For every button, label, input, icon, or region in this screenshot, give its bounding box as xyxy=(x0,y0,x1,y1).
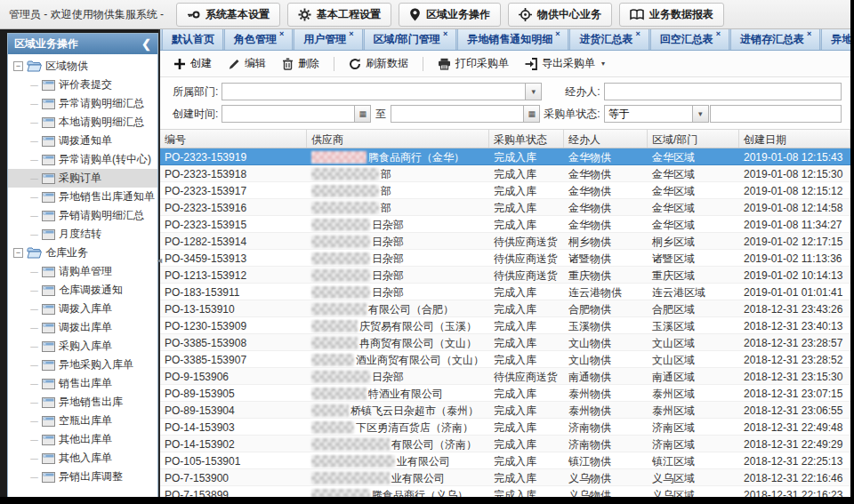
dept-combo[interactable]: ▾ xyxy=(222,83,542,100)
toolbar-button-删除[interactable]: 删除 xyxy=(276,52,326,75)
toolbar-button-导出采购单[interactable]: 导出采购单▾ xyxy=(519,52,611,75)
sidebar-item-异常请购明细汇总[interactable]: ─异常请购明细汇总 xyxy=(8,94,157,113)
sidebar-item-label: 异地销售出库通知单 xyxy=(59,189,155,204)
table-row[interactable]: PO-14-153903下区勇清百货店（济南）完成入库济南物供济南区域2018-… xyxy=(160,419,850,436)
sidebar-item-空瓶出库单[interactable]: ─空瓶出库单 xyxy=(8,412,157,430)
close-icon[interactable]: × xyxy=(279,30,284,38)
status-operator-combo[interactable]: ▾ xyxy=(604,105,709,123)
tab-角色管理[interactable]: 角色管理× xyxy=(224,29,293,50)
sidebar-item-调拨通知单[interactable]: ─调拨通知单 xyxy=(8,132,157,150)
status-operator-input[interactable] xyxy=(605,106,692,122)
created-from-input[interactable] xyxy=(222,106,354,122)
calendar-icon[interactable]: ▦ xyxy=(523,106,539,122)
chevron-left-icon[interactable]: ❮ xyxy=(141,38,151,50)
table-row[interactable]: PO-1230-153909庆贸易有限公司（玉溪）完成入库玉溪物供玉溪区域201… xyxy=(160,317,850,334)
handler-field[interactable] xyxy=(604,83,842,100)
tab-区域/部门管理[interactable]: 区域/部门管理× xyxy=(364,29,457,50)
column-header-编号[interactable]: 编号 xyxy=(160,130,307,148)
tab-默认首页[interactable]: 默认首页 xyxy=(162,29,223,50)
close-icon[interactable]: × xyxy=(807,30,811,38)
sidebar-item-本地请购明细汇总[interactable]: ─本地请购明细汇总 xyxy=(8,113,157,132)
sidebar-item-其他入库单[interactable]: ─其他入库单 xyxy=(8,449,157,468)
sidebar-item-月度结转[interactable]: ─月度结转 xyxy=(8,225,157,244)
tab-异地销售调整明细[interactable]: 异地销售调整明细× xyxy=(821,29,850,50)
collapse-box-icon[interactable]: − xyxy=(13,248,23,258)
tree-folder-仓库业务[interactable]: −仓库业务 xyxy=(8,244,157,262)
toolbar-button-打印采购单[interactable]: 打印采购单 xyxy=(431,52,515,75)
table-row[interactable]: PO-3385-153907酒业商贸有限公司（文山）完成入库文山物供文山区域20… xyxy=(160,351,850,368)
redacted-blur-patch xyxy=(311,421,354,434)
tree-folder-区域物供[interactable]: −区域物供 xyxy=(8,57,157,76)
table-row[interactable]: PO-89-153904桥镇飞云日杂超市（泰州）完成入库泰州物供泰州区域2018… xyxy=(160,402,850,419)
sidebar-item-销售出库单[interactable]: ─销售出库单 xyxy=(8,374,157,393)
tab-进销存汇总表[interactable]: 进销存汇总表× xyxy=(730,29,820,50)
tab-进货汇总表[interactable]: 进货汇总表× xyxy=(569,29,649,50)
close-icon[interactable]: × xyxy=(443,30,447,38)
table-row[interactable]: PO-89-153905特酒业有限公司完成入库泰州物供泰州区域2018-12-3… xyxy=(160,385,850,402)
topbar-button-基本工程设置[interactable]: 基本工程设置 xyxy=(287,3,391,27)
sidebar-item-调拨出库单[interactable]: ─调拨出库单 xyxy=(8,318,157,337)
column-header-采购单状态[interactable]: 采购单状态 xyxy=(489,130,564,148)
sidebar-item-异销出库调整[interactable]: ─异销出库调整 xyxy=(8,468,157,486)
topbar-button-物供中心业务[interactable]: 物供中心业务 xyxy=(508,3,612,27)
close-icon[interactable]: × xyxy=(555,30,560,38)
sidebar-item-异地采购入库单[interactable]: ─异地采购入库单 xyxy=(8,356,157,374)
status-value-input[interactable] xyxy=(711,106,841,122)
toolbar-button-编辑[interactable]: 编辑 xyxy=(222,52,272,75)
close-icon[interactable]: × xyxy=(716,30,721,38)
sidebar-item-异地销售出库通知单[interactable]: ─异地销售出库通知单 xyxy=(8,188,157,206)
dept-input[interactable] xyxy=(222,84,525,100)
close-icon[interactable]: × xyxy=(349,30,353,38)
toolbar-button-刷新数据[interactable]: 刷新数据 xyxy=(342,52,415,75)
sidebar-item-采购订单[interactable]: ─采购订单 xyxy=(8,169,157,188)
table-row[interactable]: PO-7-153899腾食品商行（义乌）完成入库义乌物供义乌区域2018-12-… xyxy=(160,486,850,497)
table-row[interactable]: PO-2323-153918部完成入库金华物供金华区域2019-01-08 12… xyxy=(160,165,850,182)
column-header-创建日期[interactable]: 创建日期 xyxy=(739,130,850,148)
table-row[interactable]: PO-1282-153914日杂部待供应商送货桐乡物供桐乡区域2019-01-0… xyxy=(160,233,850,250)
chevron-down-icon[interactable]: ▾ xyxy=(525,84,541,100)
table-row[interactable]: PO-3385-153908冉商贸有限公司（文山）完成入库文山物供文山区域201… xyxy=(160,334,850,351)
tab-回空汇总表[interactable]: 回空汇总表× xyxy=(650,29,729,50)
sidebar-item-异常请购单(转中心)[interactable]: ─异常请购单(转中心) xyxy=(8,150,157,169)
created-from-field[interactable]: ▦ xyxy=(222,105,371,123)
table-row[interactable]: PO-7-153900业有限公司完成入库义乌物供义乌区域2018-12-31 2… xyxy=(160,469,850,486)
collapse-box-icon[interactable]: − xyxy=(13,61,23,71)
table-row[interactable]: PO-2323-153915日杂部完成入库金华物供金华区域2019-01-08 … xyxy=(160,216,850,233)
column-header-供应商[interactable]: 供应商 xyxy=(307,130,489,148)
tab-用户管理[interactable]: 用户管理× xyxy=(294,29,362,50)
column-header-经办人[interactable]: 经办人 xyxy=(564,130,648,148)
sidebar-item-采购入库单[interactable]: ─采购入库单 xyxy=(8,337,157,356)
chevron-down-icon[interactable]: ▾ xyxy=(692,106,708,122)
column-header-区域/部门[interactable]: 区域/部门 xyxy=(648,130,739,148)
close-icon[interactable]: × xyxy=(635,30,640,38)
table-row[interactable]: PO-105-153901业有限公司完成入库镇江物供镇江区域2018-12-31… xyxy=(160,452,850,469)
topbar-button-系统基本设置[interactable]: 系统基本设置 xyxy=(176,3,280,27)
sidebar-item-请购单管理[interactable]: ─请购单管理 xyxy=(8,262,157,281)
tab-异地销售通知明细[interactable]: 异地销售通知明细× xyxy=(457,29,568,50)
table-row[interactable]: PO-1213-153912日杂部待供应商送货重庆物供重庆区域2019-01-0… xyxy=(160,267,850,284)
topbar-button-业务数据报表[interactable]: 业务数据报表 xyxy=(619,3,724,27)
sidebar-item-其他出库单[interactable]: ─其他出库单 xyxy=(8,430,157,449)
topbar-button-区域业务操作[interactable]: 区域业务操作 xyxy=(399,3,501,27)
splitter-collapse-icon[interactable]: ◄ xyxy=(156,256,164,265)
table-row[interactable]: PO-2323-153919腾食品商行（金华）完成入库金华物供金华区域2019-… xyxy=(160,148,850,165)
table-row[interactable]: PO-3459-153913日杂部待供应商送货诸暨物供诸暨区域2019-01-0… xyxy=(160,250,850,267)
sidebar-item-仓库调拨通知[interactable]: ─仓库调拨通知 xyxy=(8,281,157,300)
status-value-field[interactable] xyxy=(710,105,842,123)
table-row[interactable]: PO-14-153902有限公司（济南）完成入库济南物供济南区域2018-12-… xyxy=(160,436,850,452)
sidebar-splitter[interactable]: ◄ xyxy=(158,29,160,497)
table-row[interactable]: PO-183-153911日杂部完成入库连云港物供连云港区域2019-01-01… xyxy=(160,284,850,300)
created-to-input[interactable] xyxy=(391,106,523,122)
table-row[interactable]: PO-9-153906日杂部待供应商送货南通物供南通区域2018-12-31 2… xyxy=(160,368,850,385)
sidebar-item-调拨入库单[interactable]: ─调拨入库单 xyxy=(8,300,157,318)
sidebar-item-评价表提交[interactable]: ─评价表提交 xyxy=(8,76,157,94)
calendar-icon[interactable]: ▦ xyxy=(354,106,370,122)
sidebar-item-异销请购明细汇总[interactable]: ─异销请购明细汇总 xyxy=(8,206,157,225)
table-row[interactable]: PO-13-153910有限公司（合肥）完成入库合肥物供合肥区域2018-12-… xyxy=(160,300,850,317)
created-to-field[interactable]: ▦ xyxy=(391,105,540,123)
table-row[interactable]: PO-2323-153916部完成入库金华物供金华区域2019-01-08 12… xyxy=(160,199,850,216)
handler-input[interactable] xyxy=(605,84,841,100)
toolbar-button-创建[interactable]: 创建 xyxy=(167,52,218,75)
sidebar-item-异地销售出库[interactable]: ─异地销售出库 xyxy=(8,393,157,412)
table-row[interactable]: PO-2323-153917部完成入库金华物供金华区域2019-01-08 12… xyxy=(160,182,850,199)
